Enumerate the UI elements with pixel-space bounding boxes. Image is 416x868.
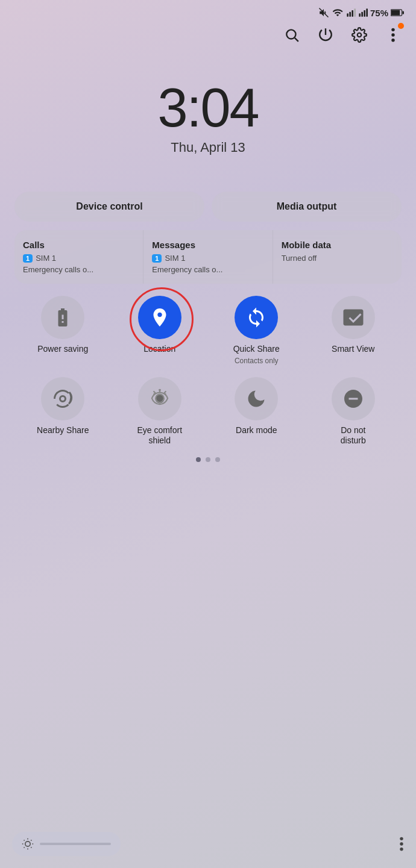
tile-location[interactable]: Location [121, 296, 199, 365]
search-button[interactable] [283, 27, 300, 43]
svg-point-14 [358, 33, 362, 37]
dark-mode-icon [235, 377, 278, 420]
svg-rect-1 [347, 13, 348, 16]
calls-sim-badge: 1 [23, 254, 33, 263]
quick-controls: Device control Media output Calls 1 SIM … [0, 192, 416, 445]
svg-point-30 [400, 848, 403, 851]
tiles-row-2: Nearby Share Eye comfortshield Dark mode [14, 377, 402, 446]
calls-sim-badge-row: 1 SIM 1 [23, 254, 134, 263]
settings-button[interactable] [351, 27, 368, 43]
messages-sim-badge-row: 1 SIM 1 [152, 254, 263, 263]
clock-date: Thu, April 13 [0, 140, 416, 155]
nearby-share-icon [41, 377, 84, 420]
mute-icon [318, 7, 329, 18]
svg-point-16 [391, 33, 394, 36]
mobile-data-item[interactable]: Mobile data Turned off [273, 230, 402, 284]
signal2-icon [358, 7, 368, 18]
smart-view-icon [332, 296, 375, 339]
status-icons: 75% [318, 7, 404, 18]
svg-rect-3 [351, 10, 353, 17]
calls-sim-item[interactable]: Calls 1 SIM 1 Emergency calls o... [14, 230, 143, 284]
svg-rect-8 [366, 8, 368, 16]
device-control-button[interactable]: Device control [14, 192, 204, 222]
smart-view-label: Smart View [332, 344, 374, 354]
clock-section: 3:04 Thu, April 13 [0, 51, 416, 192]
svg-point-28 [400, 837, 403, 840]
power-saving-label: Power saving [37, 344, 88, 354]
tile-power-saving[interactable]: Power saving [24, 296, 102, 365]
power-saving-icon [41, 296, 84, 339]
sim-row: Calls 1 SIM 1 Emergency calls o... Messa… [14, 230, 402, 284]
tile-smart-view[interactable]: Smart View [314, 296, 392, 365]
brightness-control[interactable] [12, 832, 121, 856]
svg-rect-11 [402, 11, 404, 14]
svg-rect-6 [361, 12, 363, 17]
device-media-row: Device control Media output [14, 192, 402, 222]
svg-line-22 [24, 840, 25, 841]
location-icon [138, 296, 181, 339]
messages-sim-badge: 1 [152, 254, 162, 263]
eye-comfort-icon [138, 377, 181, 420]
calls-emergency: Emergency calls o... [23, 265, 134, 274]
svg-line-26 [24, 847, 25, 848]
media-output-button[interactable]: Media output [212, 192, 402, 222]
brightness-track[interactable] [40, 843, 111, 845]
messages-sim-item[interactable]: Messages 1 SIM 1 Emergency calls o... [143, 230, 273, 284]
tile-quick-share[interactable]: Quick Share Contacts only [217, 296, 295, 365]
svg-point-19 [25, 841, 30, 846]
svg-point-12 [286, 30, 295, 39]
eye-comfort-label: Eye comfortshield [137, 425, 182, 446]
quick-share-label: Quick Share [233, 344, 280, 354]
quick-share-icon [235, 296, 278, 339]
mobile-data-sub: Turned off [282, 254, 393, 263]
top-toolbar [0, 22, 416, 51]
svg-rect-4 [354, 8, 356, 16]
page-dot-2[interactable] [206, 457, 210, 462]
bottom-more-button[interactable] [399, 836, 404, 852]
svg-point-15 [391, 28, 394, 31]
svg-line-13 [295, 38, 298, 42]
svg-point-17 [391, 39, 394, 42]
messages-title: Messages [152, 240, 263, 250]
battery-icon [391, 8, 404, 17]
more-button[interactable] [385, 27, 402, 43]
nearby-share-label: Nearby Share [37, 425, 89, 436]
messages-sim-label: SIM 1 [165, 254, 185, 263]
calls-sim-label: SIM 1 [36, 254, 56, 263]
svg-rect-5 [359, 13, 361, 16]
quick-share-sublabel: Contacts only [235, 357, 279, 365]
clock-time: 3:04 [0, 81, 416, 135]
mobile-data-title: Mobile data [282, 240, 393, 250]
tile-nearby-share[interactable]: Nearby Share [24, 377, 102, 446]
battery-percent: 75% [370, 8, 388, 18]
do-not-disturb-icon [332, 377, 375, 420]
svg-line-23 [31, 847, 31, 848]
signal1-icon [346, 7, 356, 18]
power-button[interactable] [317, 27, 334, 43]
messages-emergency: Emergency calls o... [152, 265, 263, 274]
page-dot-3[interactable] [215, 457, 220, 462]
svg-point-29 [400, 842, 403, 845]
svg-rect-7 [364, 10, 365, 17]
do-not-disturb-label: Do notdisturb [341, 425, 366, 446]
tiles-row-1: Power saving Location Quick Share Contac… [14, 296, 402, 365]
svg-rect-10 [391, 10, 400, 15]
tile-eye-comfort[interactable]: Eye comfortshield [121, 377, 199, 446]
svg-line-27 [31, 840, 31, 841]
brightness-sun-icon [22, 838, 34, 850]
dark-mode-label: Dark mode [236, 425, 277, 436]
wifi-icon [332, 7, 344, 18]
status-bar: 75% [0, 0, 416, 22]
tile-do-not-disturb[interactable]: Do notdisturb [314, 377, 392, 446]
page-dot-1[interactable] [196, 457, 201, 462]
bottom-bar [0, 825, 416, 868]
page-dots [0, 457, 416, 462]
location-label: Location [143, 344, 175, 354]
svg-rect-2 [349, 12, 351, 17]
calls-title: Calls [23, 240, 134, 250]
tile-dark-mode[interactable]: Dark mode [217, 377, 295, 446]
